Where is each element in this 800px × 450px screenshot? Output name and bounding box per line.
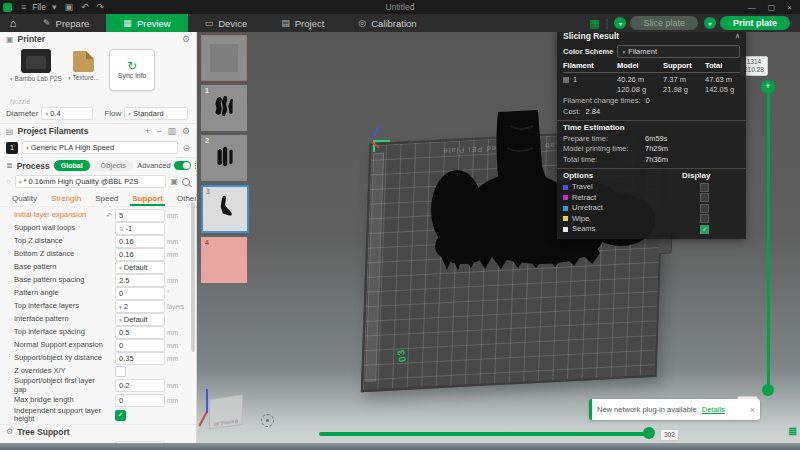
home-icon[interactable]: ⌂ [0, 14, 26, 32]
filament-settings-gear-icon[interactable]: ⚙ [182, 126, 190, 136]
tab-prepare[interactable]: ✎Prepare [26, 14, 106, 32]
setting-value-box[interactable]: 0 [115, 394, 165, 407]
filament-color-swatch[interactable]: 1 [6, 142, 18, 154]
list-icon[interactable]: ≣ [194, 161, 197, 171]
printer-section-header: ▣ Printer ⚙ [0, 32, 196, 46]
filament-select[interactable]: ▾Generic PLA High Speed [22, 141, 178, 154]
display-checkbox[interactable] [700, 193, 709, 202]
tab-device[interactable]: ▭Device [188, 14, 265, 32]
slice-plate-button[interactable]: Slice plate [630, 16, 698, 30]
app-logo [3, 3, 12, 12]
scope-objects-pill[interactable]: Objects [94, 160, 134, 171]
setting-value-box[interactable]: 0 [115, 287, 165, 300]
notification-close-icon[interactable]: × [750, 405, 755, 415]
plate-grid-icon[interactable]: ▦ [589, 17, 599, 30]
flow-select[interactable]: ▾Standard [124, 107, 188, 120]
setting-unit: mm [167, 329, 187, 336]
diameter-select[interactable]: ▾0.4 [41, 107, 93, 120]
minimize-button[interactable]: — [748, 3, 756, 12]
layers-icon[interactable]: ≣ [786, 425, 799, 438]
scope-global-pill[interactable]: Global [54, 160, 90, 171]
setting-unit: ° [167, 290, 187, 297]
setting-checkbox[interactable] [115, 366, 126, 377]
setting-value-box[interactable]: ▾Default [115, 261, 165, 274]
advanced-toggle[interactable] [174, 161, 191, 170]
setting-value-box[interactable]: ▾2 [115, 300, 165, 313]
advanced-label: Advanced [137, 161, 170, 170]
setting-value: 0.16 [119, 237, 134, 246]
slice-plate-split: ▾ Slice plate [614, 16, 698, 30]
notification-details-link[interactable]: Details [702, 405, 725, 414]
add-filament-button[interactable]: + [145, 126, 150, 136]
process-tab-speed[interactable]: Speed [89, 193, 124, 206]
close-button[interactable]: × [787, 3, 792, 12]
tab-label: Prepare [56, 18, 90, 29]
remove-filament-button[interactable]: − [156, 126, 161, 136]
save-icon[interactable]: ▣ [65, 2, 74, 12]
reset-icon[interactable]: ↶ [106, 212, 115, 220]
layer-slider-top-handle[interactable]: + [761, 80, 775, 94]
setting-value-box[interactable]: 0 [115, 339, 165, 352]
collapse-icon[interactable]: ∧ [735, 32, 740, 40]
copy-filament-icon[interactable]: ▥ [167, 126, 176, 136]
process-preset-select[interactable]: ▾* 0.16mm High Quality @BBL P2S [15, 175, 167, 188]
move-slider-track[interactable] [319, 432, 649, 436]
plate-thumbnail-4[interactable]: 4 [201, 237, 247, 283]
setting-value-box[interactable]: 5 [115, 209, 165, 222]
setting-value-box[interactable]: 0.16 [115, 235, 165, 248]
display-checkbox[interactable] [700, 214, 709, 223]
redo-icon[interactable]: ↷ [97, 2, 105, 12]
tab-preview[interactable]: ▦Preview [106, 14, 187, 32]
printer-settings-gear-icon[interactable]: ⚙ [182, 34, 190, 44]
search-icon[interactable] [182, 178, 190, 186]
printer-selector[interactable]: ▾ Bambu Lab P2S [10, 49, 62, 82]
slice-dropdown-icon[interactable]: ▾ [614, 17, 626, 29]
plate-thumbnail-1[interactable]: 1 [201, 85, 247, 131]
setting-value: Default [124, 315, 148, 324]
plate-thumbnail-ghost[interactable] [201, 35, 247, 81]
display-checkbox[interactable] [700, 204, 709, 213]
setting-value-box[interactable]: 2.5 [115, 274, 165, 287]
sync-info-button[interactable]: ↻ Sync info [109, 49, 155, 91]
process-tab-support[interactable]: Support [126, 193, 169, 206]
plate-type-selector[interactable]: ▾ Texture... [68, 49, 99, 81]
minus-circle-icon[interactable]: ⊖ [182, 143, 190, 153]
display-checkbox[interactable]: ✓ [700, 225, 709, 234]
move-slider-handle[interactable] [643, 427, 655, 439]
save-preset-icon[interactable]: ▣ [170, 177, 178, 186]
print-dropdown-icon[interactable]: ▾ [704, 17, 716, 29]
tab-project[interactable]: ▤Project [264, 14, 341, 32]
setting-value-box[interactable]: 0.35 [115, 352, 165, 365]
setting-value-box[interactable]: 0.2 [115, 379, 165, 392]
setting-value-box[interactable]: 0.5 [115, 326, 165, 339]
tab-label: Project [295, 18, 325, 29]
setting-value: -1 [126, 224, 133, 233]
layer-slider-bottom-handle[interactable] [762, 384, 774, 396]
setting-value-box[interactable]: 0.16 [115, 248, 165, 261]
plate-thumbnail-3[interactable]: 3 [201, 185, 249, 233]
menu-icon[interactable]: ≡ [21, 2, 26, 12]
radio-icon[interactable]: ○ [6, 177, 11, 186]
display-checkbox[interactable] [700, 183, 709, 192]
layer-slider-track[interactable] [767, 88, 770, 390]
plate-thumbnail-2[interactable]: 2 [201, 135, 247, 181]
maximize-button[interactable]: ▢ [768, 3, 776, 12]
spinner-icon[interactable]: ⇅ [119, 226, 124, 232]
chevron-down-icon[interactable]: ▾ [52, 2, 57, 12]
tab-calibration[interactable]: ◎Calibration [341, 14, 433, 32]
mini-plate-gizmo[interactable]: BambuLab [203, 393, 243, 429]
sidebar-scrollbar[interactable] [191, 202, 195, 352]
process-section-header: ≣ Process Global Objects Advanced ≣ % [0, 157, 196, 173]
setting-value-box[interactable]: ▾Default [115, 313, 165, 326]
setting-unit: mm [167, 382, 187, 389]
setting-value-box[interactable]: ⇅-1 [115, 222, 165, 235]
plate-locate-icon[interactable] [261, 414, 274, 427]
color-scheme-select[interactable]: ▾Filament [617, 45, 740, 58]
process-tab-strength[interactable]: Strength [45, 193, 87, 206]
process-tab-quality[interactable]: Quality [6, 193, 43, 206]
setting-label: Bottom Z distance [14, 250, 106, 258]
undo-icon[interactable]: ↶ [81, 2, 89, 12]
print-plate-button[interactable]: Print plate [720, 16, 790, 30]
file-menu[interactable]: File [32, 2, 46, 12]
setting-checkbox[interactable]: ✓ [115, 410, 126, 421]
